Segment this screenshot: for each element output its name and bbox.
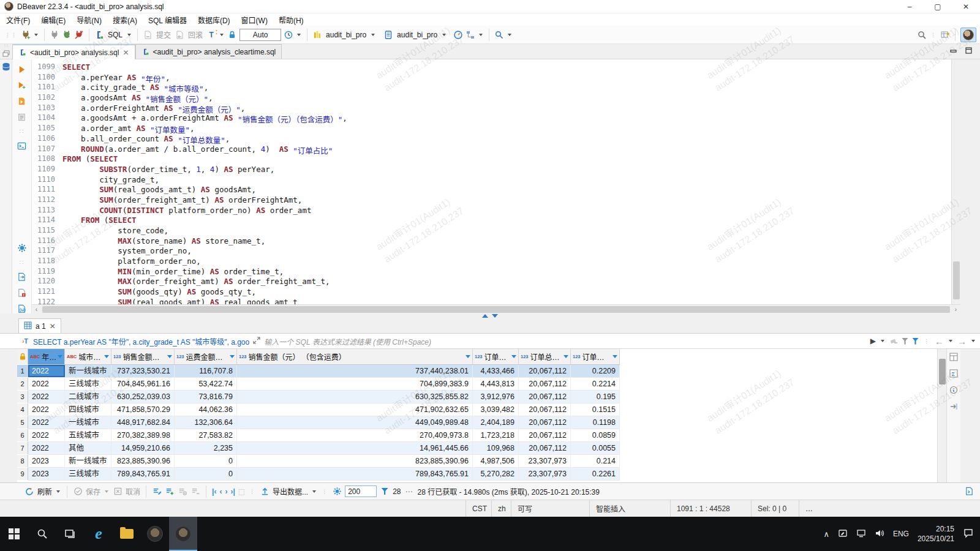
table-row-2[interactable]: 22022三线城市704,845,961.1653,422.74704,899,… [28,378,620,391]
cell[interactable]: 0 [175,468,237,480]
column-dropdown-icon[interactable] [104,355,109,358]
cell[interactable]: 737,440,238.01 [237,365,473,377]
cell[interactable]: 44,062.36 [175,403,237,416]
tab-close-icon[interactable]: ✕ [123,48,129,57]
next-page-icon[interactable]: › [225,487,227,496]
cell[interactable]: 2023 [28,468,65,480]
cell[interactable]: 0.1198 [571,416,620,429]
cell[interactable]: 20,067,112 [519,365,571,377]
query-history-icon[interactable] [284,30,293,40]
code-line[interactable]: 1104 a.goodsAmt + a.orderFreightAmt AS "… [32,113,951,124]
save-filter-icon[interactable] [912,338,919,345]
cell[interactable]: 4,443,813 [473,378,519,390]
history-forward-icon[interactable]: → [957,336,967,347]
column-header-2[interactable]: 123销售金额（元） [111,349,175,364]
cell[interactable]: 14,961,445.66 [237,442,473,454]
export-data-icon[interactable] [260,487,270,497]
cell[interactable]: 471,858,570.29 [111,403,175,416]
editor-vertical-scrollbar[interactable] [951,59,960,304]
cell[interactable]: 2023 [28,455,65,467]
sql-console-icon[interactable] [17,141,27,151]
schema-caret[interactable] [442,34,446,36]
cell[interactable]: 20,067,112 [519,403,571,416]
action-center-icon[interactable] [963,528,974,541]
cell[interactable]: 2022 [28,403,65,416]
sql-editor-label[interactable]: SQL [108,31,123,39]
execute-script-icon[interactable] [17,96,27,106]
row-number[interactable]: 6 [17,429,28,441]
export-data-caret[interactable] [312,490,316,493]
cell[interactable]: 0.0055 [571,442,620,454]
execute-statement-icon[interactable] [17,64,27,74]
cell[interactable]: 5,270,282 [473,468,519,480]
table-row-5[interactable]: 52022一线城市448,917,682.84132,306.64449,049… [28,416,620,429]
cell[interactable]: 一线城市 [65,416,111,429]
cell[interactable]: 73,816.79 [175,391,237,403]
transaction-mode-caret[interactable] [220,34,224,36]
toolbar-search-icon[interactable] [494,30,504,40]
history-forward-caret[interactable] [971,340,975,342]
taskbar-clock[interactable]: 20:15 2025/10/21 [918,524,954,544]
code-line[interactable]: 1103 a.orderFreightAmt AS "运费金额（元）", [32,103,951,114]
code-line[interactable]: 1120 MAX(order_freight_amt) AS order_fre… [32,277,951,287]
code-line[interactable]: 1100 a.perYear AS "年份", [32,73,951,83]
cell[interactable]: 3,912,976 [473,391,519,403]
column-dropdown-icon[interactable] [58,355,62,358]
column-dropdown-icon[interactable] [466,355,470,358]
variables-icon[interactable]: (ω) [17,304,27,313]
column-header-3[interactable]: 123运费金额（元） [175,349,237,364]
dbeaver-taskbar-icon[interactable] [141,517,169,551]
cell[interactable]: 20,067,112 [519,429,571,441]
filter-query-text[interactable]: SELECT a.perYear AS "年份", a.city_grade_t… [33,336,249,347]
start-button[interactable] [0,517,28,551]
cell[interactable]: 270,382,389.98 [111,429,175,441]
cell[interactable]: 2022 [28,365,65,377]
cell[interactable]: 704,845,961.16 [111,378,175,390]
connection-caret[interactable] [371,34,375,36]
code-line[interactable]: 1105 a.order_amt AS "订单数量", [32,124,951,134]
cell[interactable]: 2022 [28,378,65,390]
apply-filter-icon[interactable]: ▶ [870,337,876,345]
metadata-panel-icon[interactable] [949,386,958,396]
delete-row-icon[interactable] [190,487,200,497]
execution-plan-caret[interactable] [479,34,483,36]
export-data-label[interactable]: 导出数据... [273,486,308,497]
sql-editor-caret[interactable] [127,34,131,36]
cell[interactable]: 630,325,855.82 [237,391,473,403]
cell[interactable]: 2,404,189 [473,416,519,429]
column-header-1[interactable]: ABC城市等级 [65,349,111,364]
transaction-mode-icon[interactable]: T⁚ [206,30,216,40]
reconnect-icon[interactable] [62,30,72,40]
cell[interactable]: 20,067,112 [519,442,571,454]
maximize-button[interactable]: ▢ [924,0,952,13]
cell[interactable]: 109,968 [473,442,519,454]
cell[interactable]: 三线城市 [65,378,111,390]
cell[interactable]: 2022 [28,416,65,429]
menu-item-2[interactable]: 导航(N) [77,15,102,25]
editor-horizontal-scrollbar[interactable]: ‹ › [32,304,960,313]
row-count-funnel-icon[interactable] [380,487,390,497]
internet-explorer-icon[interactable]: e [85,517,113,551]
sql-editor-icon[interactable] [94,30,104,40]
cell[interactable]: 4,433,466 [473,365,519,377]
history-back-caret[interactable] [949,340,952,342]
clear-filter-icon[interactable] [889,336,898,347]
explain-plan-icon[interactable] [17,112,27,122]
refresh-icon[interactable] [24,487,34,497]
aggregate-panel-icon[interactable]: Σ [949,369,958,380]
cell[interactable]: 五线城市 [65,429,111,441]
refresh-label[interactable]: 刷新 [37,486,52,497]
table-row-3[interactable]: 32022二线城市630,252,039.0373,816.79630,325,… [28,391,620,403]
cell[interactable]: 0.1515 [571,403,620,416]
restore-panel-icon[interactable] [2,50,10,59]
first-page-icon[interactable]: |‹ [212,487,216,496]
cell[interactable]: 2022 [28,429,65,441]
language-indicator[interactable]: ENG [893,530,909,538]
table-row-8[interactable]: 82023新一线城市823,885,390.960823,885,390.964… [28,455,620,468]
results-vertical-scrollbar[interactable] [937,349,946,482]
code-line[interactable]: 1112 SUM(order_freight_amt_t) AS orderFr… [32,195,951,206]
save-label[interactable]: 保存 [86,486,100,497]
editor-settings-gear-icon[interactable] [17,243,27,253]
copy-status-icon[interactable] [964,487,974,497]
column-header-0[interactable]: ABC年份 [28,349,65,364]
